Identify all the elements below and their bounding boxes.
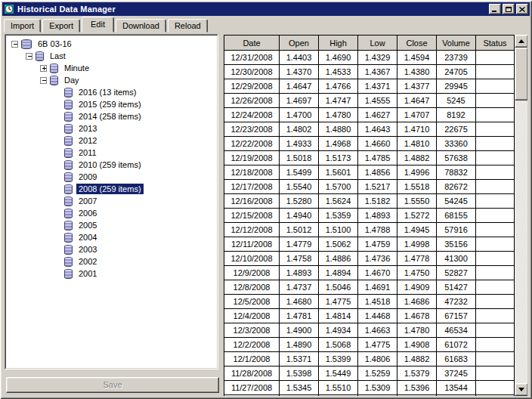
tree-item-day[interactable]: Day xyxy=(6,74,217,86)
cell-status[interactable] xyxy=(476,194,515,209)
cell-high[interactable]: 1.4814 xyxy=(319,309,358,323)
cell-volume[interactable]: 61072 xyxy=(437,338,476,352)
cell-close[interactable]: 1.5379 xyxy=(397,367,437,381)
cell-volume[interactable]: 24705 xyxy=(437,65,476,79)
cell-low[interactable]: 1.4660 xyxy=(358,137,397,151)
cell-high[interactable]: 1.4894 xyxy=(319,266,358,280)
cell-low[interactable]: 1.4775 xyxy=(358,338,397,352)
cell-close[interactable]: 1.4810 xyxy=(397,137,437,151)
cell-open[interactable]: 1.4890 xyxy=(280,338,319,352)
cell-volume[interactable]: 5245 xyxy=(437,94,476,108)
cell-status[interactable] xyxy=(476,338,515,352)
cell-volume[interactable]: 57916 xyxy=(437,223,476,237)
cell-low[interactable]: 1.4371 xyxy=(358,79,397,94)
cell-low[interactable]: 1.5259 xyxy=(358,367,397,381)
cell-volume[interactable]: 23739 xyxy=(437,51,476,65)
tree-item-2001[interactable]: 2001 xyxy=(6,268,217,280)
tree-item-2008-259-items[interactable]: 2008 (259 items) xyxy=(6,183,217,195)
cell-date[interactable]: 12/1/2008 xyxy=(224,352,280,367)
cell-close[interactable]: 1.4686 xyxy=(397,295,437,309)
column-header-close[interactable]: Close xyxy=(397,36,437,51)
cell-volume[interactable]: 35156 xyxy=(437,237,476,252)
cell-status[interactable] xyxy=(476,79,515,94)
cell-low[interactable]: 1.4759 xyxy=(358,237,397,252)
cell-volume[interactable]: 61683 xyxy=(437,352,476,367)
cell-open[interactable]: 1.5012 xyxy=(280,223,319,237)
cell-close[interactable]: 1.4998 xyxy=(397,237,437,252)
expander-minus-icon[interactable] xyxy=(11,41,18,48)
cell-date[interactable]: 11/28/2008 xyxy=(224,367,280,381)
cell-high[interactable]: 1.4880 xyxy=(319,122,358,137)
cell-date[interactable]: 12/18/2008 xyxy=(224,165,280,180)
cell-open[interactable]: 1.5280 xyxy=(280,194,319,209)
cell-low[interactable]: 1.4329 xyxy=(358,51,397,65)
cell-volume[interactable]: 51427 xyxy=(437,280,476,295)
tab-download[interactable]: Download xyxy=(116,19,166,32)
cell-date[interactable]: 12/5/2008 xyxy=(224,295,280,309)
tab-edit[interactable]: Edit xyxy=(82,17,114,32)
cell-open[interactable]: 1.4893 xyxy=(280,266,319,280)
cell-date[interactable]: 12/23/2008 xyxy=(224,122,280,137)
cell-volume[interactable]: 46534 xyxy=(437,323,476,338)
column-header-date[interactable]: Date xyxy=(224,36,280,51)
cell-volume[interactable]: 33360 xyxy=(437,137,476,151)
cell-close[interactable]: 1.5518 xyxy=(397,180,437,194)
cell-open[interactable]: 1.4700 xyxy=(280,108,319,122)
cell-close[interactable]: 1.4780 xyxy=(397,323,437,338)
cell-high[interactable]: 1.4766 xyxy=(319,79,358,94)
cell-volume[interactable]: 57638 xyxy=(437,151,476,165)
cell-high[interactable]: 1.5068 xyxy=(319,338,358,352)
cell-volume[interactable]: 41300 xyxy=(437,252,476,266)
cell-open[interactable]: 1.4697 xyxy=(280,94,319,108)
cell-low[interactable]: 1.5182 xyxy=(358,194,397,209)
cell-high[interactable]: 1.5399 xyxy=(319,352,358,367)
cell-status[interactable] xyxy=(476,352,515,367)
cell-volume[interactable]: 47232 xyxy=(437,295,476,309)
cell-date[interactable]: 12/2/2008 xyxy=(224,338,280,352)
cell-close[interactable]: 1.4908 xyxy=(397,338,437,352)
cell-volume[interactable]: 29945 xyxy=(437,79,476,94)
cell-low[interactable]: 1.4627 xyxy=(358,108,397,122)
cell-close[interactable]: 1.4377 xyxy=(397,79,437,94)
cell-close[interactable]: 1.4594 xyxy=(397,51,437,65)
cell-date[interactable]: 12/26/2008 xyxy=(224,94,280,108)
save-button[interactable]: Save xyxy=(6,377,219,393)
tree-item-2003[interactable]: 2003 xyxy=(6,243,217,255)
close-button[interactable] xyxy=(516,4,528,14)
tree-item-6b-03-16[interactable]: 6B 03-16 xyxy=(6,38,217,50)
cell-low[interactable]: 1.4555 xyxy=(358,94,397,108)
cell-status[interactable] xyxy=(476,266,515,280)
cell-close[interactable]: 1.4678 xyxy=(397,309,437,323)
cell-status[interactable] xyxy=(476,165,515,180)
cell-open[interactable]: 1.5018 xyxy=(280,151,319,165)
scroll-up-button[interactable] xyxy=(515,35,527,48)
tree-item-2002[interactable]: 2002 xyxy=(6,255,217,268)
cell-low[interactable]: 1.5309 xyxy=(358,381,397,395)
cell-high[interactable]: 1.4690 xyxy=(319,51,358,65)
cell-close[interactable]: 1.4996 xyxy=(397,165,437,180)
tab-import[interactable]: Import xyxy=(4,19,41,32)
cell-open[interactable]: 1.4370 xyxy=(280,65,319,79)
cell-close[interactable]: 1.4710 xyxy=(397,122,437,137)
vertical-scrollbar[interactable] xyxy=(515,35,527,396)
minimize-button[interactable] xyxy=(489,4,501,14)
cell-low[interactable]: 1.4785 xyxy=(358,151,397,165)
cell-high[interactable]: 1.5173 xyxy=(319,151,358,165)
cell-high[interactable]: 1.4780 xyxy=(319,108,358,122)
column-header-status[interactable]: Status xyxy=(476,36,515,51)
cell-status[interactable] xyxy=(476,323,515,338)
cell-low[interactable]: 1.4670 xyxy=(358,266,397,280)
cell-close[interactable]: 1.5272 xyxy=(397,209,437,223)
cell-high[interactable]: 1.4968 xyxy=(319,137,358,151)
cell-volume[interactable]: 82672 xyxy=(437,180,476,194)
cell-open[interactable]: 1.4403 xyxy=(280,51,319,65)
tree-item-2009[interactable]: 2009 xyxy=(6,171,217,183)
cell-status[interactable] xyxy=(476,280,515,295)
cell-status[interactable] xyxy=(476,180,515,194)
cell-low[interactable]: 1.4643 xyxy=(358,122,397,137)
cell-open[interactable]: 1.4781 xyxy=(280,309,319,323)
cell-high[interactable]: 1.5510 xyxy=(319,381,358,395)
cell-date[interactable]: 12/31/2008 xyxy=(224,51,280,65)
tree-item-last[interactable]: Last xyxy=(6,50,217,62)
cell-status[interactable] xyxy=(476,309,515,323)
